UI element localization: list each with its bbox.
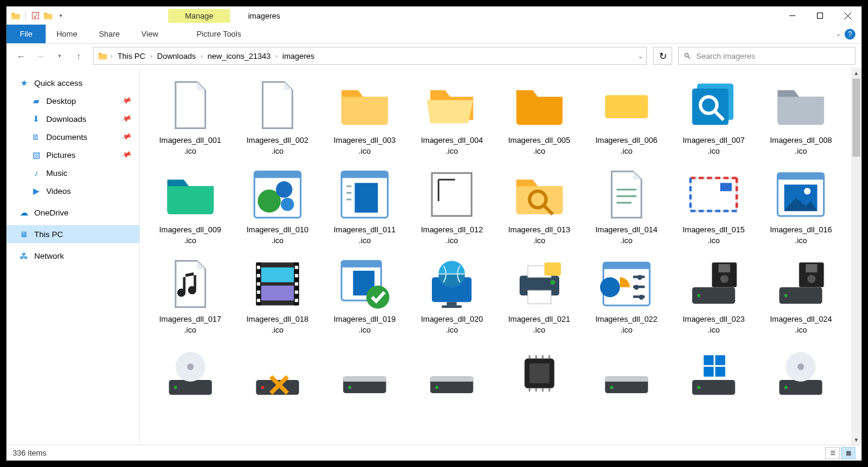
chevron-right-icon[interactable]: › [148,52,155,59]
drive-icon [423,345,481,402]
ribbon-collapse-icon[interactable]: ⌄ [836,30,841,38]
nav-pictures[interactable]: ▧Pictures📌 [7,146,139,164]
crumb-new-icons[interactable]: new_icons_21343 [205,52,273,61]
refresh-button[interactable]: ↻ [653,47,672,65]
file-item[interactable]: Imageres_dll_001.ico [147,74,233,158]
file-item[interactable]: Imageres_dll_010.ico [234,163,320,248]
file-item[interactable]: Imageres_dll_026.ico [234,342,320,405]
blank-file-icon [249,76,306,134]
file-item[interactable]: Imageres_dll_012.ico [409,163,495,248]
file-view: Imageres_dll_001.icoImageres_dll_002.ico… [140,68,861,445]
file-item[interactable]: Imageres_dll_004.ico [409,74,495,158]
file-item[interactable]: Imageres_dll_011.ico [322,163,408,248]
maximize-button[interactable] [806,7,834,25]
forward-button[interactable]: → [32,47,49,64]
file-item[interactable]: Imageres_dll_030.ico [583,342,669,405]
file-label: Imageres_dll_011.ico [333,224,395,246]
file-item[interactable]: Imageres_dll_023.ico [671,253,757,337]
qat-properties-icon[interactable]: ☑ [30,10,41,21]
folder-grey-icon [772,76,830,134]
icons-view-button[interactable]: ▦ [841,447,855,459]
scroll-up-icon[interactable]: ▲ [851,68,861,78]
scroll-down-icon[interactable]: ▼ [851,435,861,445]
drive-icon [336,345,393,402]
nav-videos[interactable]: ▶Videos [7,182,139,200]
molecules-icon [249,166,306,223]
nav-music[interactable]: ♪Music [7,164,139,182]
file-item[interactable]: Imageres_dll_029.ico [496,342,582,405]
nav-network[interactable]: 🖧Network [7,247,139,265]
up-button[interactable]: ↑ [70,47,87,64]
chevron-right-icon[interactable]: › [108,52,115,59]
onedrive-icon: ☁ [19,207,29,218]
pin-icon: 📌 [121,149,133,160]
ribbon-tab-home[interactable]: Home [46,25,88,43]
file-item[interactable]: Imageres_dll_032.ico [758,342,844,405]
crumb-this-pc[interactable]: This PC [115,52,148,61]
chevron-right-icon[interactable]: › [198,52,205,59]
file-item[interactable]: Imageres_dll_005.ico [496,74,582,158]
recent-locations-icon[interactable]: ▾ [51,47,68,64]
file-label: Imageres_dll_021.ico [508,314,570,335]
ribbon-tab-view[interactable]: View [130,25,169,43]
chip-icon [511,345,568,402]
file-item[interactable]: Imageres_dll_009.ico [147,163,233,248]
file-item[interactable]: Imageres_dll_021.ico [496,253,582,337]
file-label: Imageres_dll_020.ico [421,314,483,335]
back-button[interactable]: ← [13,47,29,64]
contextual-tab-manage[interactable]: Manage [168,9,230,23]
nav-desktop[interactable]: ▰Desktop📌 [7,92,139,110]
search-input[interactable]: 🔍︎ Search imageres [678,47,855,65]
file-item[interactable]: Imageres_dll_008.ico [758,74,844,158]
text-file-icon [598,166,655,223]
file-item[interactable]: Imageres_dll_018.ico [234,253,320,337]
file-item[interactable]: Imageres_dll_013.ico [496,163,582,248]
address-dropdown-icon[interactable]: ⌄ [638,53,643,59]
video-file-icon [249,255,306,313]
file-item[interactable]: Imageres_dll_007.ico [671,74,757,158]
qat-dropdown-icon[interactable]: ▾ [55,10,66,21]
help-icon[interactable]: ? [845,29,855,40]
crumb-imageres[interactable]: imageres [280,52,317,61]
scrollbar[interactable]: ▲ ▼ [851,68,861,445]
file-item[interactable]: Imageres_dll_015.ico [671,163,757,248]
network-icon: 🖧 [19,250,29,261]
file-item[interactable]: Imageres_dll_017.ico [147,253,233,337]
nav-this-pc[interactable]: 🖥This PC [7,225,139,243]
file-item[interactable]: Imageres_dll_006.ico [583,74,669,158]
drive-icon [598,345,655,402]
file-item[interactable]: Imageres_dll_014.ico [583,163,669,248]
nav-downloads[interactable]: ⬇Downloads📌 [7,110,139,128]
file-item[interactable]: Imageres_dll_003.ico [322,74,408,158]
qat-newfolder-icon[interactable] [43,10,53,21]
file-label: Imageres_dll_018.ico [246,314,308,335]
explorer-window: ☑ ▾ Manage imageres File Home Share View… [6,6,862,461]
ribbon-tab-file[interactable]: File [7,25,46,43]
file-item[interactable]: Imageres_dll_024.ico [758,253,844,337]
ribbon-tab-picture-tools[interactable]: Picture Tools [186,25,252,43]
ribbon-tab-share[interactable]: Share [88,25,131,43]
file-item[interactable]: Imageres_dll_016.ico [758,163,844,248]
nav-quick-access[interactable]: ★ Quick access [7,74,139,92]
nav-documents[interactable]: 🗎Documents📌 [7,128,139,146]
close-button[interactable] [834,7,861,25]
file-item[interactable]: Imageres_dll_027.ico [322,342,408,405]
file-item[interactable]: Imageres_dll_002.ico [234,74,320,158]
crumb-downloads[interactable]: Downloads [155,52,198,61]
file-label: Imageres_dll_015.ico [682,224,744,246]
file-item[interactable]: Imageres_dll_019.ico [322,253,408,337]
file-item[interactable]: Imageres_dll_025.ico [147,342,233,405]
file-item[interactable]: Imageres_dll_022.ico [583,253,669,337]
chevron-right-icon[interactable]: › [273,52,280,59]
disc-drive-icon [772,345,830,402]
details-view-button[interactable]: ☰ [825,447,840,459]
file-item[interactable]: Imageres_dll_028.ico [409,342,495,405]
address-bar[interactable]: › This PC › Downloads › new_icons_21343 … [93,47,647,65]
file-item[interactable]: Imageres_dll_031.ico [671,342,757,405]
pin-icon: 📌 [121,131,133,142]
minimize-button[interactable] [778,7,806,25]
nav-onedrive[interactable]: ☁OneDrive [7,203,139,221]
folder-yellow-flat-icon [598,76,655,134]
scroll-thumb[interactable] [852,79,860,157]
file-item[interactable]: Imageres_dll_020.ico [409,253,495,337]
